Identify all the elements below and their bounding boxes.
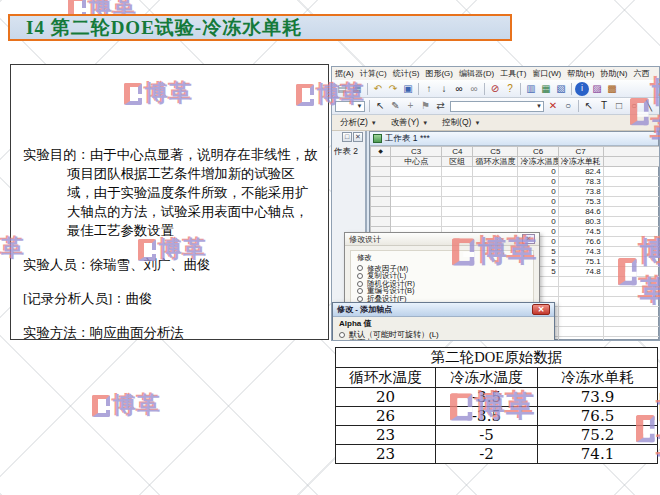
- data-cell[interactable]: [442, 167, 473, 177]
- graph-folder-icon[interactable]: ▩: [605, 82, 619, 96]
- data-cell-c7[interactable]: 73.8: [558, 187, 603, 197]
- data-cell-c7[interactable]: 82.4: [558, 167, 603, 177]
- column-name-cell[interactable]: 中心点: [391, 157, 442, 167]
- data-cell[interactable]: [603, 327, 660, 337]
- dmaic-menu-button[interactable]: 分析(Z)▼: [340, 117, 377, 129]
- data-cell[interactable]: [603, 307, 660, 317]
- data-cell[interactable]: [603, 287, 660, 297]
- cancel-icon[interactable]: ⊘: [488, 82, 502, 96]
- data-cell[interactable]: [442, 197, 473, 207]
- data-cell-c7[interactable]: 75.3: [558, 197, 603, 207]
- data-cell[interactable]: [473, 167, 518, 177]
- column-id-cell[interactable]: C3: [391, 147, 442, 157]
- data-cell[interactable]: [391, 197, 442, 207]
- data-cell[interactable]: [603, 197, 660, 207]
- worksheet1-titlebar[interactable]: 工作表 1 ***: [370, 132, 658, 146]
- column-name-cell[interactable]: 冷冻水温度: [518, 157, 558, 167]
- flag-tool-icon[interactable]: ⚑: [419, 99, 433, 113]
- data-cell[interactable]: [603, 247, 660, 257]
- edit-last-dialog-icon[interactable]: ▣: [401, 82, 415, 96]
- rect-tool-icon[interactable]: □: [612, 99, 626, 113]
- close-icon[interactable]: ✕: [532, 304, 550, 315]
- menu-item[interactable]: 图形(G): [425, 68, 453, 80]
- crosshair-tool-icon[interactable]: +: [404, 99, 418, 113]
- worksheet-window-icon[interactable]: ▦: [539, 82, 553, 96]
- data-cell[interactable]: [391, 187, 442, 197]
- data-cell-c7[interactable]: [558, 327, 603, 337]
- info-icon[interactable]: i: [575, 82, 589, 96]
- session-window-icon[interactable]: ▥: [524, 82, 538, 96]
- data-cell-c7[interactable]: [558, 297, 603, 307]
- data-cell-c6[interactable]: 0: [518, 177, 558, 187]
- data-cell-c7[interactable]: 74.3: [558, 247, 603, 257]
- data-cell[interactable]: [473, 187, 518, 197]
- brush-tool-icon[interactable]: ✎: [389, 99, 403, 113]
- save-project-icon[interactable]: ▦: [350, 82, 364, 96]
- line-tool-icon[interactable]: ╲: [642, 99, 656, 113]
- find-next-icon[interactable]: ∞: [467, 82, 481, 96]
- next-command-icon[interactable]: ↓: [437, 82, 451, 96]
- data-cell-c6[interactable]: 0: [518, 167, 558, 177]
- menu-item[interactable]: 据(A): [335, 68, 354, 80]
- data-cell[interactable]: [391, 177, 442, 187]
- close-window-icon[interactable]: ✕: [353, 132, 363, 142]
- data-cell[interactable]: [603, 217, 660, 227]
- zoom-tool-icon[interactable]: ○: [561, 99, 575, 113]
- data-cell[interactable]: [603, 177, 660, 187]
- data-cell-c7[interactable]: 76.6: [558, 237, 603, 247]
- data-cell-c7[interactable]: [558, 337, 603, 342]
- column-id-cell[interactable]: C7: [558, 147, 603, 157]
- data-cell[interactable]: [603, 257, 660, 267]
- entry-direction-icon[interactable]: ◆: [371, 147, 391, 157]
- data-cell[interactable]: [442, 207, 473, 217]
- data-cell[interactable]: [603, 167, 660, 177]
- add-axial-points-titlebar[interactable]: 修改 - 添加轴点 ✕: [333, 303, 554, 317]
- data-cell-c7[interactable]: 75.1: [558, 257, 603, 267]
- column-id-cell[interactable]: C6: [518, 147, 558, 157]
- column-id-cell[interactable]: [603, 147, 660, 157]
- data-cell[interactable]: [442, 177, 473, 187]
- data-cell[interactable]: [473, 207, 518, 217]
- data-cell[interactable]: [391, 167, 442, 177]
- data-cell-c6[interactable]: 0: [518, 197, 558, 207]
- undo-icon[interactable]: ↶: [371, 82, 385, 96]
- data-cell-c7[interactable]: [558, 287, 603, 297]
- menu-item[interactable]: 统计(S): [393, 68, 420, 80]
- data-cell-c7[interactable]: 84.6: [558, 207, 603, 217]
- menu-item[interactable]: 编辑器(D): [459, 68, 494, 80]
- data-cell[interactable]: [603, 227, 660, 237]
- data-cell-c6[interactable]: 0: [518, 217, 558, 227]
- data-cell[interactable]: [473, 197, 518, 207]
- data-cell[interactable]: [603, 187, 660, 197]
- data-cell-c7[interactable]: [558, 277, 603, 287]
- data-cell[interactable]: [603, 237, 660, 247]
- ellipse-tool-icon[interactable]: ○: [627, 99, 641, 113]
- data-cell-c7[interactable]: 80.3: [558, 217, 603, 227]
- modify-design-titlebar[interactable]: 修改设计 ✕: [345, 233, 539, 246]
- text-tool-icon[interactable]: T: [597, 99, 611, 113]
- data-cell[interactable]: [391, 217, 442, 227]
- select-item-icon[interactable]: ↖: [374, 99, 388, 113]
- data-cell-c6[interactable]: 0: [518, 207, 558, 217]
- restore-window-icon[interactable]: □: [342, 132, 352, 142]
- data-cell[interactable]: [442, 217, 473, 227]
- data-cell[interactable]: [603, 267, 660, 277]
- radio-face-center[interactable]: 表面中心(F): [339, 339, 548, 341]
- column-id-cell[interactable]: C4: [442, 147, 473, 157]
- open-project-icon[interactable]: ▤: [335, 82, 349, 96]
- data-cell[interactable]: [603, 207, 660, 217]
- column-name-cell[interactable]: 区组: [442, 157, 473, 167]
- menu-item[interactable]: 协助(N): [600, 68, 627, 80]
- data-cell[interactable]: [603, 337, 660, 342]
- find-icon[interactable]: ∞: [452, 82, 466, 96]
- data-cell-c7[interactable]: [558, 317, 603, 327]
- data-cell-c7[interactable]: 78.3: [558, 177, 603, 187]
- menu-item[interactable]: 工具(T): [500, 68, 526, 80]
- redo-icon[interactable]: ↷: [386, 82, 400, 96]
- menu-item[interactable]: 六西: [633, 68, 649, 80]
- close-icon[interactable]: ✕: [522, 234, 535, 244]
- menu-item[interactable]: 计算(C): [360, 68, 387, 80]
- swap-tool-icon[interactable]: ⇄: [434, 99, 448, 113]
- command-input-field[interactable]: ▼: [450, 101, 544, 112]
- data-cell[interactable]: [603, 277, 660, 287]
